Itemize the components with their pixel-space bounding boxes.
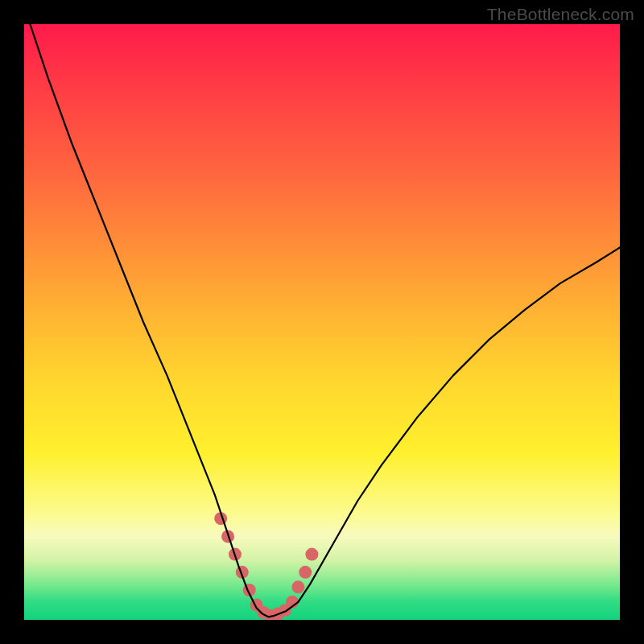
chart-frame: { "watermark": "TheBottleneck.com", "col… bbox=[0, 0, 644, 644]
highlight-dot bbox=[299, 566, 312, 579]
bottleneck-curve bbox=[30, 24, 620, 617]
highlight-dot bbox=[291, 580, 304, 593]
marker-layer bbox=[214, 512, 318, 620]
watermark-text: TheBottleneck.com bbox=[487, 5, 634, 24]
curve-svg bbox=[24, 24, 620, 620]
plot-area bbox=[24, 24, 620, 620]
highlight-dot bbox=[305, 548, 318, 561]
